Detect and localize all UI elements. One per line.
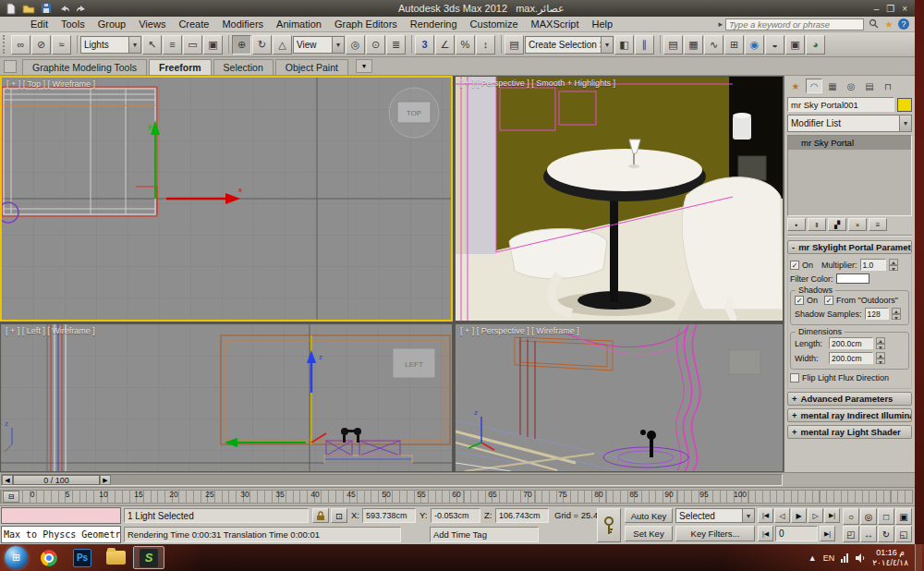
mini-curve-editor-button[interactable]: ⊟ [3, 491, 19, 503]
viewport-perspective-wire-canvas[interactable]: z [456, 324, 783, 471]
shadow-samples-spinner[interactable] [892, 308, 901, 320]
previous-frame-arrow-icon[interactable]: ◀ [2, 475, 13, 485]
on-checkbox[interactable]: ✓ [790, 261, 799, 270]
make-unique-button[interactable]: ▞ [828, 218, 846, 231]
viewport-left-label[interactable]: [ + ] [ Left ] [ Wireframe ] [6, 326, 95, 335]
flip-flux-checkbox[interactable] [790, 373, 799, 383]
curve-editor-button[interactable]: ∿ [704, 35, 723, 55]
bind-to-space-warp-button[interactable]: ≈ [52, 35, 71, 55]
language-indicator[interactable]: EN [823, 553, 835, 563]
set-key-button[interactable]: Set Key [625, 526, 673, 541]
length-field[interactable]: 200.0cm [829, 337, 873, 349]
ribbon-tab-selection[interactable]: Selection [213, 59, 274, 75]
viewport-perspective-wire[interactable]: [ + ] [ Perspective ] [ Wireframe ] [455, 323, 784, 472]
percent-snap-toggle-button[interactable]: % [456, 35, 475, 55]
ribbon-tab-graphite-modeling-tools[interactable]: Graphite Modeling Tools [22, 59, 147, 75]
from-outdoors-checkbox[interactable]: ✓ [824, 296, 833, 305]
show-desktop-button[interactable] [915, 544, 922, 571]
window-crossing-toggle-button[interactable]: ▣ [203, 35, 223, 55]
rendered-frame-window-button[interactable]: ▣ [785, 35, 805, 55]
select-and-scale-button[interactable]: △ [273, 35, 292, 55]
render-setup-button[interactable]: ◒ [765, 35, 784, 55]
network-icon[interactable] [841, 553, 848, 563]
pan-view-button[interactable]: ↔ [860, 526, 877, 542]
maxscript-mini-listener-macro[interactable] [1, 507, 121, 524]
viewport-perspective-wire-label[interactable]: [ + ] [ Perspective ] [ Wireframe ] [460, 326, 579, 335]
show-end-result-button[interactable]: ‖ [808, 218, 826, 231]
hierarchy-tab-icon[interactable]: ▦ [824, 79, 841, 93]
viewport-top[interactable]: [ + ] [ Top ] [ Wireframe ] [0, 76, 453, 322]
taskbar-photoshop-button[interactable]: Ps [67, 546, 98, 569]
selection-lock-toggle[interactable] [312, 508, 329, 523]
motion-tab-icon[interactable]: ◎ [843, 79, 859, 93]
object-color-swatch[interactable] [897, 98, 912, 112]
create-tab-icon[interactable]: ★ [787, 79, 804, 93]
z-coordinate-field[interactable]: 106.743cm [495, 508, 549, 523]
menu-create[interactable]: Create [172, 18, 215, 30]
track-bar[interactable]: ⊟ 0 5 10 15 20 25 30 35 40 45 50 55 60 6… [0, 487, 915, 505]
menu-help[interactable]: Help [586, 18, 620, 30]
next-frame-arrow-icon[interactable]: ▶ [100, 475, 111, 485]
width-spinner[interactable] [876, 352, 885, 364]
cup-shelf[interactable] [733, 113, 751, 140]
object-name-field[interactable]: mr Sky Portal001 [787, 97, 894, 112]
ribbon-minimize-chevron-icon[interactable]: ▾ [356, 59, 372, 73]
shadows-on-checkbox[interactable]: ✓ [795, 296, 804, 305]
go-to-start-button[interactable]: |◀ [758, 508, 773, 523]
viewcube[interactable]: TOP [389, 88, 439, 138]
angle-snap-toggle-button[interactable]: ∠ [435, 35, 455, 55]
viewport-perspective-shaded-label[interactable]: [ + ] [ Perspective ] [ Smooth + Highlig… [460, 79, 615, 88]
modifier-stack-item[interactable]: mr Sky Portal [788, 136, 911, 150]
key-filters-button[interactable]: Key Filters... [675, 526, 755, 541]
y-coordinate-field[interactable]: -0.053cm [431, 508, 480, 523]
select-and-link-button[interactable]: ∞ [11, 35, 30, 55]
multiplier-spinner[interactable] [889, 259, 898, 271]
toolbar-grip[interactable] [3, 35, 7, 54]
select-object-button[interactable]: ↖ [142, 35, 162, 55]
mirror-button[interactable]: ◧ [614, 35, 634, 55]
render-production-button[interactable]: ◕ [806, 35, 825, 55]
key-mode-combo[interactable]: Selected ▾ [675, 508, 755, 523]
next-key-button[interactable]: ▶| [820, 526, 835, 541]
set-keys-button[interactable] [597, 508, 621, 542]
chevron-down-icon[interactable]: ▾ [742, 509, 754, 522]
named-selection-combo[interactable]: Create Selection Se ▾ [525, 36, 614, 54]
viewport-perspective-canvas[interactable] [456, 77, 783, 321]
remove-modifier-button[interactable]: × [848, 218, 867, 231]
ribbon-grip-icon[interactable] [4, 60, 17, 73]
modifier-stack[interactable]: mr Sky Portal [787, 135, 912, 216]
edit-named-selection-sets-button[interactable]: ▤ [505, 35, 524, 55]
keyboard-shortcut-override-button[interactable]: ≣ [386, 35, 406, 55]
ribbon-tab-object-paint[interactable]: Object Paint [275, 59, 348, 75]
viewport-left-canvas[interactable]: z z [1, 324, 452, 471]
display-tab-icon[interactable]: ▤ [861, 79, 878, 93]
save-button[interactable] [39, 2, 54, 15]
select-and-move-button[interactable]: ⊕ [232, 35, 251, 55]
menu-rendering[interactable]: Rendering [404, 18, 464, 30]
help-icon[interactable]: ? [898, 18, 909, 30]
x-coordinate-field[interactable]: 593.738cm [362, 508, 416, 523]
chevron-down-icon[interactable]: ▾ [899, 115, 911, 131]
reference-coordinate-combo[interactable]: View ▾ [293, 36, 345, 54]
width-field[interactable]: 200.0cm [829, 352, 873, 364]
rollout-header-advanced-parameters[interactable]: + Advanced Parameters [787, 392, 912, 406]
layer-manager-button[interactable]: ▤ [663, 35, 683, 55]
auto-key-button[interactable]: Auto Key [625, 508, 673, 523]
redo-button[interactable] [74, 2, 89, 15]
speaker-icon[interactable] [855, 553, 866, 564]
minimize-button[interactable]: – [874, 4, 880, 14]
absolute-mode-toggle[interactable]: ⊡ [331, 508, 347, 523]
pin-stack-button[interactable]: ▪ [787, 218, 806, 231]
new-file-button[interactable] [4, 2, 18, 15]
menu-edit[interactable]: Edit [24, 18, 55, 30]
time-slider-track[interactable]: ◀ 0 / 100 ▶ [1, 474, 783, 486]
selection-filter-combo[interactable]: Lights ▾ [80, 36, 141, 54]
time-slider-handle[interactable]: 0 / 100 [13, 475, 100, 485]
zoom-extents-button[interactable]: □ [878, 508, 894, 525]
filter-color-swatch[interactable] [836, 273, 869, 284]
viewcube-faint[interactable] [729, 350, 760, 374]
menu-maxscript[interactable]: MAXScript [525, 18, 586, 30]
taskbar-clock[interactable]: 01:16 م ٢٠١٤/٤/١٨ [872, 548, 908, 567]
multiplier-field[interactable]: 1.0 [860, 259, 886, 271]
shadow-samples-field[interactable]: 128 [865, 308, 889, 320]
